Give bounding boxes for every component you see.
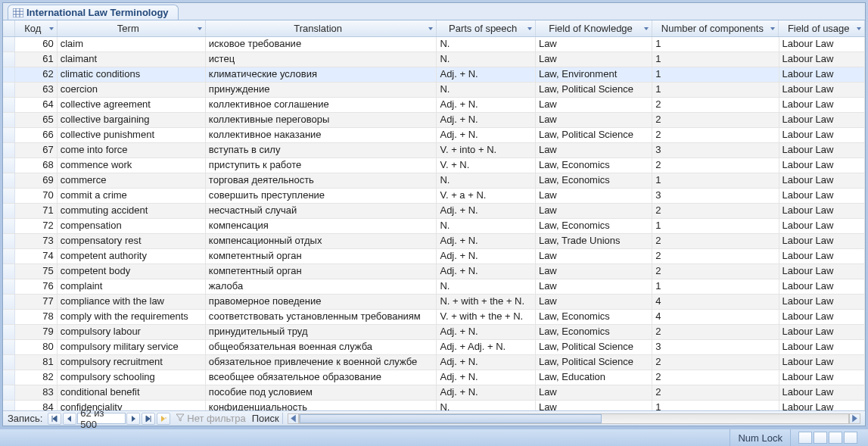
cell-translation[interactable]: жалоба [206, 279, 437, 294]
dropdown-icon[interactable] [526, 25, 534, 33]
column-header-nc[interactable]: Number of components [652, 20, 779, 36]
cell-nc[interactable]: 4 [652, 295, 779, 309]
row-selector[interactable] [3, 295, 15, 309]
cell-pos[interactable]: N. [437, 401, 535, 410]
cell-nc[interactable]: 2 [652, 370, 779, 385]
cell-kod[interactable]: 83 [15, 385, 58, 400]
filter-indicator[interactable]: Нет фильтра [176, 413, 245, 424]
cell-pos[interactable]: V. + with + the + N. [437, 310, 535, 324]
cell-translation[interactable]: торговая деятельность [206, 173, 437, 188]
cell-kod[interactable]: 84 [15, 401, 58, 410]
cell-pos[interactable]: Adj. + N. [437, 204, 535, 218]
cell-nc[interactable]: 1 [652, 52, 779, 67]
cell-pos[interactable]: Adj. + N. [437, 98, 535, 112]
cell-fu[interactable]: Labour Law [779, 279, 866, 294]
cell-term[interactable]: collective agreement [58, 98, 206, 112]
table-row[interactable]: 69commerceторговая деятельностьN.Law, Ec… [3, 173, 865, 189]
row-selector[interactable] [3, 189, 15, 203]
cell-term[interactable]: competent authority [58, 249, 206, 264]
row-selector[interactable] [3, 401, 15, 410]
cell-translation[interactable]: несчастный случай [206, 204, 437, 218]
row-selector[interactable] [3, 310, 15, 324]
table-row[interactable]: 67come into forceвступать в силуV. + int… [3, 143, 865, 158]
table-row[interactable]: 82compulsory schoolingвсеобщее обязатель… [3, 370, 865, 385]
cell-kod[interactable]: 64 [15, 98, 58, 112]
scroll-right-button[interactable] [849, 413, 860, 424]
cell-fok[interactable]: Law, Political Science [536, 83, 652, 97]
cell-fok[interactable]: Law [536, 295, 652, 309]
cell-nc[interactable]: 1 [652, 219, 779, 233]
cell-translation[interactable]: истец [206, 52, 437, 67]
cell-term[interactable]: compulsory recruitment [58, 355, 206, 370]
cell-translation[interactable]: всеобщее обязательное образование [206, 370, 437, 385]
table-row[interactable]: 71commuting accidentнесчастный случайAdj… [3, 204, 865, 219]
cell-kod[interactable]: 67 [15, 143, 58, 158]
table-row[interactable]: 65collective bargainingколлективные пере… [3, 113, 865, 128]
table-row[interactable]: 78comply with the requirementsсоответств… [3, 310, 865, 325]
cell-nc[interactable]: 1 [652, 83, 779, 97]
cell-term[interactable]: complaint [58, 279, 206, 294]
cell-fu[interactable]: Labour Law [779, 249, 866, 264]
cell-nc[interactable]: 2 [652, 158, 779, 173]
cell-fu[interactable]: Labour Law [779, 401, 866, 410]
cell-fu[interactable]: Labour Law [779, 325, 866, 339]
cell-kod[interactable]: 63 [15, 83, 58, 97]
cell-pos[interactable]: N. [437, 173, 535, 188]
cell-translation[interactable]: климатические условия [206, 67, 437, 82]
cell-fok[interactable]: Law [536, 279, 652, 294]
cell-pos[interactable]: N. [437, 279, 535, 294]
cell-translation[interactable]: соответствовать установленным требования… [206, 310, 437, 324]
row-selector[interactable] [3, 370, 15, 385]
cell-pos[interactable]: Adj. + N. [437, 370, 535, 385]
cell-kod[interactable]: 78 [15, 310, 58, 324]
cell-pos[interactable]: N. [437, 37, 535, 51]
cell-term[interactable]: commuting accident [58, 204, 206, 218]
cell-kod[interactable]: 79 [15, 325, 58, 339]
cell-fu[interactable]: Labour Law [779, 98, 866, 112]
cell-translation[interactable]: пособие под условием [206, 385, 437, 400]
cell-fok[interactable]: Law [536, 98, 652, 112]
dropdown-icon[interactable] [196, 25, 204, 33]
table-row[interactable]: 83conditional benefitпособие под условие… [3, 385, 865, 401]
row-selector[interactable] [3, 98, 15, 112]
view-datasheet-button[interactable] [798, 432, 812, 444]
cell-fu[interactable]: Labour Law [779, 173, 866, 188]
cell-translation[interactable]: обязательное привлечение к военной служб… [206, 355, 437, 370]
dropdown-icon[interactable] [642, 25, 650, 33]
table-row[interactable]: 76complaintжалобаN.Law1Labour Law [3, 279, 865, 295]
cell-translation[interactable]: конфиденциальность [206, 401, 437, 410]
cell-kod[interactable]: 61 [15, 52, 58, 67]
cell-nc[interactable]: 2 [652, 355, 779, 370]
cell-pos[interactable]: Adj. + Adj. + N. [437, 340, 535, 354]
scroll-thumb[interactable] [300, 414, 602, 423]
column-header-pos[interactable]: Parts of speech [437, 20, 535, 36]
cell-term[interactable]: compulsory labour [58, 325, 206, 339]
cell-fok[interactable]: Law, Economics [536, 219, 652, 233]
column-header-fu[interactable]: Field of usage [779, 20, 865, 36]
row-selector[interactable] [3, 52, 15, 67]
row-selector[interactable] [3, 340, 15, 354]
cell-term[interactable]: compensation [58, 219, 206, 233]
cell-fok[interactable]: Law, Education [536, 370, 652, 385]
cell-kod[interactable]: 60 [15, 37, 58, 51]
cell-kod[interactable]: 66 [15, 128, 58, 142]
nav-next-button[interactable] [126, 413, 140, 425]
row-selector[interactable] [3, 158, 15, 173]
cell-fok[interactable]: Law, Environment [536, 67, 652, 82]
cell-fu[interactable]: Labour Law [779, 52, 866, 67]
cell-kod[interactable]: 81 [15, 355, 58, 370]
cell-translation[interactable]: исковое требование [206, 37, 437, 51]
rows-container[interactable]: 60claimисковое требованиеN.Law1Labour La… [3, 37, 865, 410]
table-row[interactable]: 79compulsory labourпринудительный трудAd… [3, 325, 865, 340]
row-selector[interactable] [3, 249, 15, 264]
cell-fok[interactable]: Law, Economics [536, 325, 652, 339]
column-header-term[interactable]: Term [58, 20, 206, 36]
cell-pos[interactable]: Adj. + N. [437, 249, 535, 264]
cell-term[interactable]: climatic conditions [58, 67, 206, 82]
cell-fu[interactable]: Labour Law [779, 143, 866, 158]
cell-nc[interactable]: 2 [652, 128, 779, 142]
cell-term[interactable]: commerce [58, 173, 206, 188]
cell-nc[interactable]: 2 [652, 113, 779, 127]
cell-fu[interactable]: Labour Law [779, 204, 866, 218]
row-selector[interactable] [3, 279, 15, 294]
